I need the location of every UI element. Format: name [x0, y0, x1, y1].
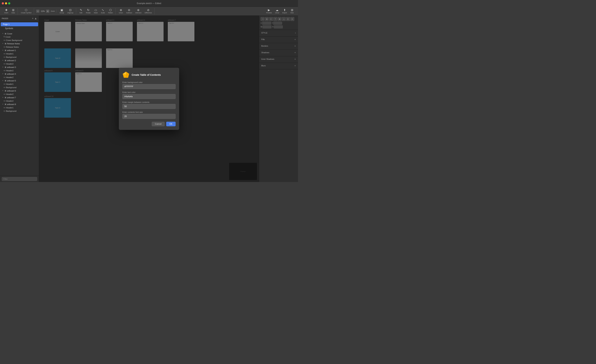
folder-icon: ▣ [5, 89, 6, 92]
maximize-button[interactable] [8, 2, 10, 4]
zoom-plus-button[interactable]: + [46, 10, 49, 13]
sidebar-layer-list: Page 1 Symbols ▼ ▣ Cover T Cover ▭ Cover… [0, 22, 39, 176]
layer-artboard6[interactable]: ▼ ▣ artboard 6 [1, 89, 38, 92]
layer-background3[interactable]: ▭ Background [1, 109, 38, 113]
borders-add-icon[interactable]: + [294, 45, 296, 47]
chevron-down-icon: ▼ [2, 80, 4, 82]
layer-header1-3[interactable]: ▭ Header1 [1, 106, 38, 109]
layer-release-notes-item[interactable]: ▭ Release Notes [1, 45, 38, 49]
layer-artboard5[interactable]: ▼ ▣ artboard 5 [1, 79, 38, 82]
layer-header2-3[interactable]: ▭ Header2 [1, 75, 38, 79]
layer-cover-text[interactable]: T Cover [1, 35, 38, 38]
union-button[interactable]: ⊕ Union [117, 8, 125, 14]
create-symbol-button[interactable]: ⬡ Create Symbol [20, 8, 33, 14]
distribute-h-button[interactable]: ⊪ [286, 17, 290, 21]
layer-background1[interactable]: ▭ Background [1, 55, 38, 59]
shadows-add-icon[interactable]: + [294, 51, 296, 54]
layer-artboard7[interactable]: ▼ ▣ artboard 7 [1, 96, 38, 99]
layer-header2-1[interactable]: ▭ Header2 [1, 62, 38, 66]
font-size-label: Enter contents font size [122, 111, 176, 113]
ungroup-button[interactable]: ⊡ Ungroup [66, 8, 75, 14]
bg-color-input[interactable] [122, 84, 176, 89]
fills-section[interactable]: Fills + [259, 37, 298, 43]
layer-artboard2[interactable]: ▼ ▣ artboard 2 [1, 59, 38, 62]
page1-label: Page 1 [3, 23, 10, 26]
inner-shadows-section[interactable]: Inner Shadows + [259, 56, 298, 63]
chevron-down-icon: ▼ [2, 59, 4, 61]
inner-shadows-add-icon[interactable]: + [294, 58, 296, 60]
edit-button[interactable]: ✎ Edit [78, 8, 84, 14]
subtract-button[interactable]: ⊖ Subtract [125, 8, 134, 14]
text-color-input[interactable] [122, 94, 176, 99]
add-page-button[interactable]: + [32, 17, 34, 20]
borders-section[interactable]: Borders + [259, 43, 298, 50]
style-section-header: STYLE › [259, 30, 298, 37]
layer-icon: ▭ [4, 100, 5, 102]
align-bottom-button[interactable]: ⊥ [282, 17, 286, 21]
insert-button[interactable]: ✚ Insert [3, 8, 10, 14]
preview-button[interactable]: ▶ Preview [265, 8, 273, 14]
difference-button[interactable]: ⊘ Difference [143, 8, 153, 14]
x-input[interactable] [262, 22, 271, 25]
close-button[interactable] [2, 2, 4, 4]
view-button[interactable]: ⊞ View [289, 8, 295, 14]
y-label: Y [272, 22, 273, 24]
align-center-v-button[interactable]: ⊞ [278, 17, 282, 21]
margin-input[interactable] [122, 104, 176, 109]
layer-cover-bg[interactable]: ▭ Cover Background [1, 38, 38, 42]
layer-background2[interactable]: ▭ Background [1, 86, 38, 89]
cloud-button[interactable]: ☁ Cloud [274, 8, 281, 14]
folder-icon: ▣ [5, 59, 6, 62]
align-right-button[interactable]: ⊢ [269, 17, 273, 21]
zoom-minus-button[interactable]: − [36, 10, 39, 13]
flatten-button[interactable]: ⬡ Flatten [107, 8, 114, 14]
h-input[interactable] [274, 25, 283, 28]
preview-icon: ▶ [268, 9, 270, 12]
layer-header1-1[interactable]: ▭ Header1 [1, 52, 38, 55]
layer-header2-4[interactable]: ▭ Header2 [1, 92, 38, 96]
layer-header1-2[interactable]: ▭ Header1 [1, 82, 38, 86]
layer-header2-5[interactable]: ▭ Header2 [1, 99, 38, 103]
w-input[interactable] [262, 25, 271, 28]
distribute-v-button[interactable]: ⊫ [290, 17, 294, 21]
group-button[interactable]: ▣ Group [58, 8, 66, 14]
ok-button[interactable]: OK [166, 122, 176, 126]
align-top-button[interactable]: ⊤ [273, 17, 277, 21]
folder-icon: ▣ [5, 73, 6, 75]
blurs-add-icon[interactable]: + [294, 64, 296, 67]
mask-button[interactable]: ⬭ Mask [92, 8, 99, 14]
text-color-label: Enter text color [122, 91, 176, 93]
sidebar-item-symbols[interactable]: Symbols [1, 26, 38, 30]
sidebar-item-page1[interactable]: Page 1 [1, 22, 38, 26]
intersect-button[interactable]: ⊗ Intersect [134, 8, 143, 14]
align-left-button[interactable]: ⊣ [261, 17, 264, 21]
boolean-tools: ⊕ Union ⊖ Subtract ⊗ Intersect ⊘ Differe… [116, 8, 155, 14]
align-center-h-button[interactable]: ⊟ [265, 17, 269, 21]
scale-button[interactable]: ⤡ Scale [99, 8, 106, 14]
flatten-icon: ⬡ [109, 9, 112, 12]
layer-header2-2[interactable]: ▭ Header2 [1, 69, 38, 72]
rotate-button[interactable]: ↻ Rotate [85, 8, 92, 14]
font-size-input[interactable] [122, 114, 176, 119]
export-button[interactable]: ⬆ Export [281, 8, 288, 14]
canvas[interactable]: Cover Cover Release Notes Release Notes … [39, 16, 259, 182]
fills-add-icon[interactable]: + [294, 38, 296, 41]
export-icon: ⬆ [283, 9, 286, 12]
blurs-section[interactable]: Blurs + [259, 63, 298, 69]
y-input[interactable] [273, 22, 282, 25]
layer-artboard4[interactable]: ▼ ▣ artboard 4 [1, 72, 38, 75]
data-button[interactable]: ⊞ Data [10, 8, 16, 14]
layer-artboard3[interactable]: ▼ ▣ artboard 3 [1, 66, 38, 69]
layer-cover-section[interactable]: ▼ ▣ Cover [1, 32, 38, 35]
layer-release-notes-section[interactable]: ▼ ▣ Release Notes [1, 42, 38, 45]
margin-field: Enter margin between contents [122, 101, 176, 109]
cancel-button[interactable]: Cancel [152, 122, 165, 126]
collapse-pages-button[interactable]: ▲ [34, 17, 37, 20]
shadows-section[interactable]: Shadows + [259, 50, 298, 56]
layer-artboard8[interactable]: ▼ ▣ artboard 8 [1, 103, 38, 106]
filter-input[interactable] [2, 177, 37, 181]
right-panel: ⊣ ⊟ ⊢ ⊤ ⊞ ⊥ ⊪ ⊫ X Y [259, 16, 298, 182]
margin-label: Enter margin between contents [122, 101, 176, 103]
layer-artboard1[interactable]: ▼ ▣ artboard 1 [1, 49, 38, 52]
minimize-button[interactable] [5, 2, 7, 4]
